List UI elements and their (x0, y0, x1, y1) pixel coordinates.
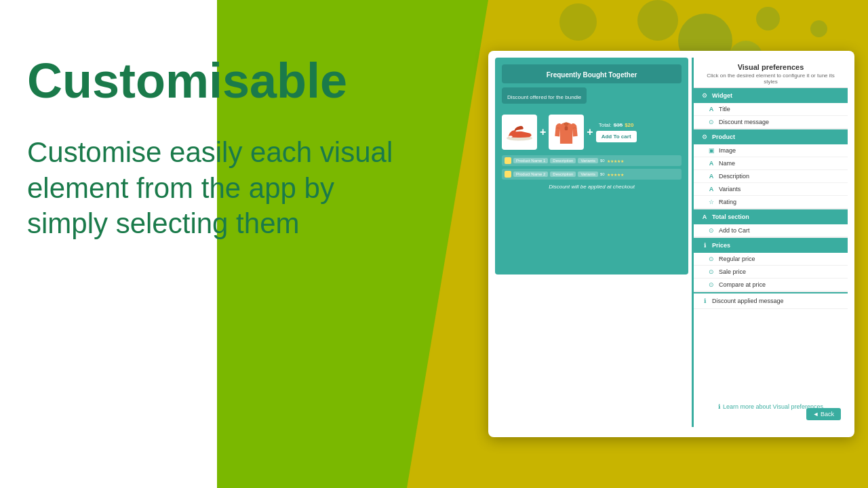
vp-add-cart-label: Add to Cart (719, 227, 750, 234)
stars-1: ★★★★★ (607, 159, 624, 163)
vp-section-total: A Total section ⊙ Add to Cart (694, 209, 848, 238)
stars-2: ★★★★★ (607, 172, 624, 177)
prod-price-1: $0 (600, 159, 605, 163)
checkbox-1[interactable] (505, 157, 511, 164)
vp-discount-msg-label: Discount message (719, 119, 769, 125)
page-title: Customisable (27, 54, 407, 108)
widget-discount-text: Discount offered for the bundle (507, 94, 581, 100)
gear-icon-add-cart: ⊙ (707, 226, 715, 235)
add-to-cart-button[interactable]: Add To cart (596, 131, 637, 142)
price-original: $35 (614, 122, 623, 128)
vp-section-prices: ℹ Prices ⊙ Regular price ⊙ Sale price ⊙ … (694, 238, 848, 292)
a-icon-desc: A (707, 172, 715, 180)
vp-widget-label: Widget (712, 92, 732, 99)
vp-section-widget: ⚙ Widget A Title ⊙ Discount message (694, 88, 848, 129)
vp-sale-price-label: Sale price (719, 268, 746, 275)
vp-item-variants[interactable]: A Variants (694, 183, 848, 196)
prod-variant-1: Variants (578, 158, 598, 163)
vp-section-header-total[interactable]: A Total section (694, 209, 848, 224)
gear-icon-compare: ⊙ (707, 281, 715, 289)
vp-header: Visual preferences Click on the desired … (694, 58, 848, 88)
svg-rect-2 (565, 126, 568, 130)
learn-more-link[interactable]: ℹ Learn more about Visual preferences (694, 403, 848, 410)
vp-title-label: Title (719, 106, 730, 113)
vp-section-product: ⚙ Product ▣ Image A Name A Description A… (694, 129, 848, 209)
vp-section-header-discount-applied[interactable]: ℹ Discount applied message (694, 292, 848, 308)
vp-total-label: Total section (712, 214, 749, 220)
vp-product-label: Product (712, 134, 735, 140)
info-icon-prices: ℹ (701, 241, 709, 249)
vp-item-title[interactable]: A Title (694, 103, 848, 116)
vp-item-image[interactable]: ▣ Image (694, 144, 848, 157)
vp-image-label: Image (719, 147, 736, 154)
widget-preview: Frequently Bought Together Discount offe… (495, 58, 688, 274)
vp-subtitle: Click on the desired element to configur… (702, 73, 840, 85)
vp-section-header-product[interactable]: ⚙ Product (694, 129, 848, 144)
gear-icon-product: ⚙ (701, 133, 709, 141)
product-row-1: Product Name 1 Description Variants $0 ★… (502, 155, 682, 166)
widget-title: Frequently Bought Together (547, 71, 637, 79)
left-content: Customisable Customise easily each visua… (27, 54, 407, 242)
vp-discount-applied-label: Discount applied message (712, 298, 784, 304)
prod-price-2: $0 (600, 172, 605, 176)
vp-compare-price-label: Compare at price (719, 281, 766, 288)
gear-icon-widget: ⚙ (701, 92, 709, 100)
prod-desc-1: Description (550, 158, 576, 163)
prod-name-1: Product Name 1 (513, 158, 548, 163)
vp-section-header-prices[interactable]: ℹ Prices (694, 238, 848, 253)
vp-item-add-to-cart[interactable]: ⊙ Add to Cart (694, 224, 848, 237)
vp-item-discount-message[interactable]: ⊙ Discount message (694, 116, 848, 129)
price-sale: $20 (625, 122, 633, 128)
info-icon-learn: ℹ (718, 403, 720, 410)
svg-point-1 (509, 136, 513, 138)
checkout-message: Discount will be applied at checkout (502, 184, 682, 190)
a-icon-total: A (701, 213, 709, 221)
info-icon-discount-applied: ℹ (701, 297, 709, 305)
vp-name-label: Name (719, 160, 735, 167)
total-label: Total: (599, 122, 612, 128)
vp-item-rating[interactable]: ☆ Rating (694, 196, 848, 209)
learn-more-text: Learn more about Visual preferences (723, 403, 823, 410)
a-icon-variants: A (707, 185, 715, 193)
vp-variants-label: Variants (719, 186, 741, 192)
prod-variant-2: Variants (578, 171, 598, 177)
star-icon-rating: ☆ (707, 198, 715, 206)
vp-desc-label: Description (719, 173, 749, 180)
plus-icon-2: + (587, 126, 593, 138)
a-icon-name: A (707, 159, 715, 167)
vp-item-description[interactable]: A Description (694, 170, 848, 183)
browser-window: Frequently Bought Together Discount offe… (488, 51, 854, 437)
total-add-box: Total: $35 $20 Add To cart (596, 122, 637, 142)
page-subtitle: Customise easily each visual element fro… (27, 135, 407, 242)
product-row-2: Product Name 2 Description Variants $0 ★… (502, 169, 682, 180)
gear-icon-regular: ⊙ (707, 255, 715, 263)
vp-regular-price-label: Regular price (719, 256, 755, 262)
vp-section-header-widget[interactable]: ⚙ Widget (694, 88, 848, 103)
plus-icon: + (540, 126, 546, 138)
vp-item-regular-price[interactable]: ⊙ Regular price (694, 253, 848, 266)
prod-desc-2: Description (550, 171, 576, 177)
widget-products-row: + + Total: $35 $20 Add To c (502, 115, 682, 150)
visual-prefs-panel: Visual preferences Click on the desired … (692, 58, 848, 427)
widget-title-bar: Frequently Bought Together (502, 64, 682, 83)
vp-title: Visual preferences (702, 63, 840, 71)
product-image-hoodie (549, 115, 584, 150)
gear-icon-sale: ⊙ (707, 268, 715, 276)
vp-item-sale-price[interactable]: ⊙ Sale price (694, 266, 848, 279)
vp-item-name[interactable]: A Name (694, 157, 848, 170)
product-image-shoe (502, 115, 537, 150)
gear-icon-discount: ⊙ (707, 118, 715, 126)
a-icon-title: A (707, 105, 715, 113)
checkbox-2[interactable] (505, 171, 511, 178)
widget-discount-bar: Discount offered for the bundle (502, 87, 587, 104)
vp-rating-label: Rating (719, 199, 736, 205)
learn-more-row: ℹ Learn more about Visual preferences (694, 403, 848, 410)
total-row: Total: $35 $20 (599, 122, 634, 128)
vp-item-compare-price[interactable]: ⊙ Compare at price (694, 279, 848, 291)
prod-name-2: Product Name 2 (513, 171, 548, 177)
vp-prices-label: Prices (712, 242, 730, 249)
image-icon: ▣ (707, 146, 715, 155)
vp-section-discount-applied: ℹ Discount applied message (694, 292, 848, 309)
